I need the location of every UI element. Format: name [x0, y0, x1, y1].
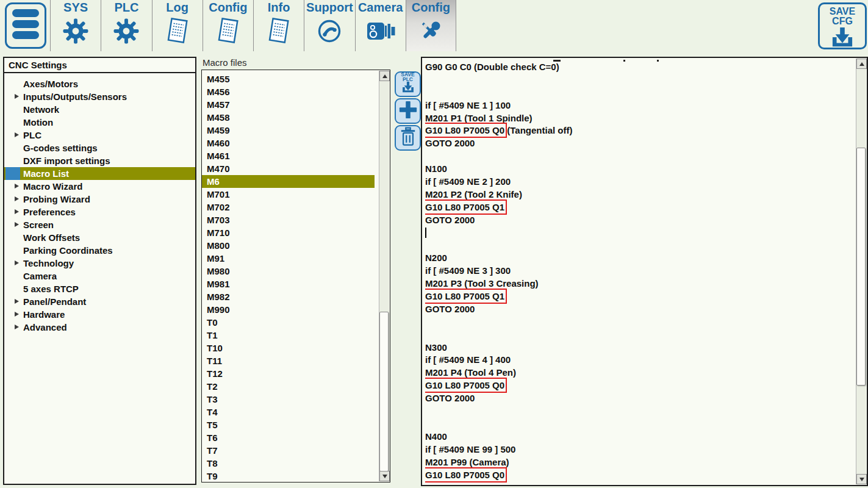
macro-file-t2[interactable]: T2: [202, 380, 375, 393]
tab-log[interactable]: Log: [152, 0, 203, 51]
macro-file-m703[interactable]: M703: [202, 214, 375, 226]
macro-file-t8[interactable]: T8: [202, 457, 375, 470]
macro-editor-text[interactable]: G90 G0 C0 (Double check C=0) if [ #5409 …: [425, 59, 854, 484]
editor-scrollbar[interactable]: [856, 59, 866, 484]
tree-item-screen[interactable]: Screen: [4, 218, 195, 231]
tab-plc[interactable]: PLC: [101, 0, 151, 51]
expand-arrow-icon[interactable]: [15, 132, 19, 137]
editor-line: G10 L80 P7005 Q1: [425, 290, 854, 303]
macro-file-m460[interactable]: M460: [202, 137, 375, 149]
expand-arrow-icon[interactable]: [15, 94, 19, 99]
tree-item-advanced[interactable]: Advanced: [4, 321, 195, 334]
tree-item-dxf-import-settings[interactable]: DXF import settings: [4, 154, 195, 167]
macro-file-m702[interactable]: M702: [202, 201, 375, 214]
toolbar: SYSPLCLogConfigInfoSupportCameraConfig S…: [0, 0, 868, 51]
scroll-down-button[interactable]: [856, 474, 867, 484]
macro-files-list: M455M456M457M458M459M460M461M470M6M701M7…: [201, 70, 390, 483]
macro-file-t11[interactable]: T11: [202, 354, 375, 367]
macro-file-t0[interactable]: T0: [202, 316, 375, 329]
tree-item-g-codes-settings[interactable]: G-codes settings: [4, 142, 195, 154]
macro-files-items: M455M456M457M458M459M460M461M470M6M701M7…: [202, 70, 390, 483]
macro-file-m91[interactable]: M91: [202, 252, 375, 265]
gcode-text: GOTO 2000: [425, 393, 475, 403]
expand-arrow-icon[interactable]: [15, 260, 19, 265]
tree-item-axes-motors[interactable]: Axes/Motors: [4, 77, 195, 90]
macro-file-m459[interactable]: M459: [202, 124, 375, 137]
editor-line: if [ #5409 NE 3 ] 300: [425, 265, 854, 278]
macro-file-t3[interactable]: T3: [202, 393, 375, 406]
editor-line: G10 L80 P7005 Q1: [425, 201, 854, 214]
macro-file-m980[interactable]: M980: [202, 265, 375, 278]
macro-file-m701[interactable]: M701: [202, 188, 375, 201]
editor-line: [425, 329, 854, 342]
macro-file-m982[interactable]: M982: [202, 290, 375, 303]
editor-line: [425, 418, 854, 431]
tree-item-preferences[interactable]: Preferences: [4, 206, 195, 218]
macro-file-m800[interactable]: M800: [202, 239, 375, 252]
expand-arrow-icon[interactable]: [15, 325, 19, 329]
tree-item-technology[interactable]: Technology: [4, 257, 195, 270]
macro-file-m470[interactable]: M470: [202, 162, 375, 175]
tab-label: PLC: [101, 1, 151, 15]
scrollbar-thumb[interactable]: [856, 148, 866, 386]
expand-arrow-icon[interactable]: [15, 209, 19, 214]
macro-file-m456[interactable]: M456: [202, 85, 375, 98]
scroll-up-button[interactable]: [856, 59, 867, 69]
tree-item-macro-list[interactable]: Macro List: [4, 167, 195, 180]
expand-arrow-icon[interactable]: [15, 222, 19, 227]
macro-file-m457[interactable]: M457: [202, 98, 375, 111]
tree-item-motion[interactable]: Motion: [4, 116, 195, 129]
editor-line: [425, 74, 854, 87]
tab-config-2[interactable]: Config: [406, 0, 456, 51]
tree-item-5-axes-rtcp[interactable]: 5 axes RTCP: [4, 282, 195, 295]
macro-file-t4[interactable]: T4: [202, 406, 375, 418]
tree-item-hardware[interactable]: Hardware: [4, 308, 195, 321]
scroll-down-button[interactable]: [379, 471, 390, 481]
main-menu-button[interactable]: [5, 2, 46, 49]
expand-arrow-icon[interactable]: [15, 312, 19, 317]
tab-sys[interactable]: SYS: [50, 0, 101, 51]
macro-file-t7[interactable]: T7: [202, 444, 375, 457]
tree-item-label: Screen: [23, 220, 54, 230]
macro-file-m458[interactable]: M458: [202, 111, 375, 124]
tree-item-probing-wizard[interactable]: Probing Wizard: [4, 193, 195, 206]
tree-item-work-offsets[interactable]: Work Offsets: [4, 231, 195, 244]
tree-item-camera[interactable]: Camera: [4, 270, 195, 282]
macro-file-m981[interactable]: M981: [202, 278, 375, 290]
tree-item-macro-wizard[interactable]: Macro Wizard: [4, 180, 195, 193]
macro-file-m6[interactable]: M6: [202, 175, 375, 188]
add-macro-button[interactable]: [395, 98, 421, 124]
tree-item-parking-coordinates[interactable]: Parking Coordinates: [4, 244, 195, 257]
macro-file-m710[interactable]: M710: [202, 226, 375, 239]
tree-item-panel-pendant[interactable]: Panel/Pendant: [4, 295, 195, 308]
delete-macro-button[interactable]: [395, 125, 421, 151]
tree-item-inputs-outputs-sensors[interactable]: Inputs/Outputs/Sensors: [4, 90, 195, 103]
macro-file-t5[interactable]: T5: [202, 418, 375, 431]
tree-item-label: Panel/Pendant: [23, 296, 86, 307]
macro-file-m990[interactable]: M990: [202, 303, 375, 316]
scrollbar-thumb[interactable]: [379, 312, 389, 472]
tab-label: Config: [406, 1, 456, 15]
macro-file-t1[interactable]: T1: [202, 329, 375, 342]
tree-item-network[interactable]: Network: [4, 103, 195, 116]
save-cfg-button[interactable]: SAVE CFG: [818, 2, 867, 49]
macro-file-m455[interactable]: M455: [202, 73, 375, 85]
macro-file-m461[interactable]: M461: [202, 149, 375, 162]
macro-file-t9[interactable]: T9: [202, 470, 375, 483]
macro-file-t6[interactable]: T6: [202, 431, 375, 444]
tree-item-plc[interactable]: PLC: [4, 129, 195, 142]
tab-config[interactable]: Config: [203, 0, 253, 51]
scroll-up-button[interactable]: [379, 71, 390, 81]
expand-arrow-icon[interactable]: [15, 184, 19, 188]
phone-icon: [304, 15, 354, 48]
macro-file-t12[interactable]: T12: [202, 367, 375, 380]
toolbar-tabs: SYSPLCLogConfigInfoSupportCameraConfig: [50, 0, 456, 51]
macro-list-scrollbar[interactable]: [379, 71, 389, 481]
tab-info[interactable]: Info: [253, 0, 304, 51]
tab-camera[interactable]: Camera: [355, 0, 406, 51]
macro-file-t10[interactable]: T10: [202, 342, 375, 354]
expand-arrow-icon[interactable]: [15, 196, 19, 201]
tab-support[interactable]: Support: [304, 0, 354, 51]
expand-arrow-icon[interactable]: [15, 299, 19, 304]
save-plc-button[interactable]: SAVE PLC: [395, 71, 421, 97]
